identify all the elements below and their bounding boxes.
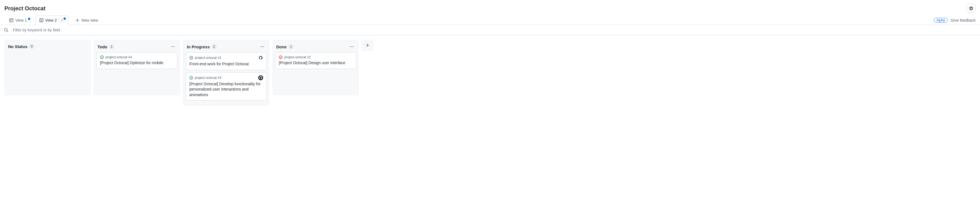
project-settings-button[interactable]: [967, 4, 975, 13]
filter-row: [0, 25, 980, 35]
board: No Status 0 Todo 1 project-octocat #4: [0, 35, 980, 110]
column-menu-button[interactable]: [259, 44, 266, 49]
table-layout-icon: [9, 18, 14, 22]
tabs-row: View 1 View 2 New view Alpha Give feedba…: [0, 13, 980, 25]
svg-point-10: [174, 46, 175, 47]
card-reference: project-octocat #2: [284, 55, 311, 59]
card-reference: project-octocat #1: [195, 56, 221, 60]
svg-point-21: [352, 46, 352, 47]
kebab-icon: [260, 44, 264, 49]
svg-point-12: [101, 57, 102, 58]
assignee-avatar[interactable]: [258, 55, 263, 60]
svg-rect-3: [40, 19, 43, 22]
column-count-badge: 2: [212, 44, 217, 49]
svg-point-20: [350, 46, 351, 47]
svg-point-14: [262, 46, 263, 47]
column-title: Todo: [97, 44, 107, 49]
give-feedback-link[interactable]: Give feedback: [951, 18, 976, 22]
chevron-down-icon: [60, 19, 63, 22]
svg-point-13: [261, 46, 261, 47]
column-no-status: No Status 0: [5, 40, 91, 95]
issue-open-icon: [189, 56, 193, 60]
svg-rect-0: [10, 19, 13, 22]
issue-closed-icon: [279, 55, 283, 59]
tab-label: View 2: [45, 18, 57, 22]
new-view-button[interactable]: New view: [72, 16, 102, 25]
column-count-badge: 1: [109, 44, 115, 49]
card[interactable]: project-octocat #4 [Project Octocat] Opt…: [96, 52, 177, 69]
svg-point-15: [264, 46, 264, 47]
column-menu-button[interactable]: [170, 44, 176, 49]
page-title: Project Octocat: [5, 5, 46, 12]
column-title: No Status: [8, 44, 27, 49]
plus-icon: [75, 18, 80, 22]
unsaved-indicator-icon: [28, 18, 30, 20]
column-title: Done: [276, 44, 287, 49]
card[interactable]: project-octocat #2 [Project Octocat] Des…: [275, 52, 356, 69]
board-layout-icon: [39, 18, 44, 22]
svg-point-22: [353, 46, 354, 47]
add-column-button[interactable]: [362, 40, 373, 51]
svg-line-7: [7, 31, 8, 32]
filter-input[interactable]: [13, 28, 124, 32]
tab-label: View 1: [15, 18, 27, 22]
kebab-icon: [171, 44, 175, 49]
issue-open-icon: [189, 76, 193, 80]
tab-options-button[interactable]: [59, 18, 65, 22]
issue-open-icon: [100, 55, 104, 59]
plus-icon: [365, 43, 370, 48]
column-in-progress: In Progress 2 project-octocat #1 Front-e: [183, 40, 269, 105]
card[interactable]: project-octocat #3 [Project Octocat] Dev…: [186, 72, 267, 101]
svg-point-8: [171, 46, 172, 47]
tab-view-1[interactable]: View 1: [6, 16, 34, 25]
column-count-badge: 1: [288, 44, 294, 49]
card[interactable]: project-octocat #1 Front-end work for Pr…: [186, 52, 267, 70]
card-title: [Project Octocat] Develop functionality …: [189, 81, 263, 98]
column-title: In Progress: [187, 44, 210, 49]
assignee-avatar[interactable]: [258, 75, 263, 80]
column-count-badge: 0: [29, 44, 34, 49]
gear-icon: [969, 6, 973, 11]
kebab-icon: [350, 44, 354, 49]
svg-point-9: [173, 46, 173, 47]
card-title: [Project Octocat] Optimize for mobile: [100, 60, 174, 66]
unsaved-indicator-icon: [64, 17, 66, 20]
card-reference: project-octocat #3: [195, 76, 221, 80]
new-view-label: New view: [82, 18, 98, 22]
column-menu-button[interactable]: [348, 44, 355, 49]
column-done: Done 1 project-octocat #2 [Project Octoc…: [273, 40, 359, 95]
card-title: Front-end work for Project Octocat: [189, 61, 263, 67]
column-todo: Todo 1 project-octocat #4 [Project Octoc…: [94, 40, 180, 95]
tab-view-2[interactable]: View 2: [35, 16, 69, 25]
card-reference: project-octocat #4: [105, 55, 132, 59]
search-icon: [4, 28, 8, 32]
card-title: [Project Octocat] Design user interface: [279, 60, 353, 66]
svg-point-19: [191, 77, 192, 78]
alpha-badge: Alpha: [934, 18, 948, 23]
svg-point-17: [191, 57, 192, 58]
